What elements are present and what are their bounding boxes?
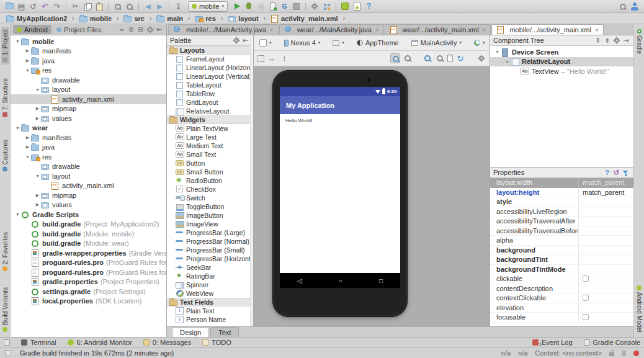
property-row[interactable]: layout:width match_parent	[490, 178, 633, 188]
expand-arrow-icon[interactable]: ▼	[34, 87, 41, 92]
dock-left-icon[interactable]	[154, 25, 164, 34]
tool-window-button[interactable]: 0: Messages	[143, 339, 191, 346]
tree-item[interactable]: build.gradle (Module: mobile)	[11, 229, 166, 239]
breadcrumb-item[interactable]: res ›	[194, 15, 226, 22]
zoom-fit-icon[interactable]	[390, 53, 400, 63]
expand-arrow-icon[interactable]: ▶	[34, 202, 41, 207]
palette-item[interactable]: Layouts	[167, 46, 253, 55]
property-row[interactable]: accessibilityTraversalAfter	[490, 217, 633, 226]
zoom-in-icon[interactable]	[423, 53, 432, 63]
zoom-out-icon[interactable]	[435, 53, 445, 63]
match-width-icon[interactable]: ↔	[267, 54, 277, 63]
palette-item[interactable]: TableLayout	[167, 81, 253, 89]
palette-item[interactable]: FrameLayout	[167, 55, 253, 63]
project-view-tab[interactable]: Android	[13, 25, 51, 34]
palette-item[interactable]: TableRow	[167, 89, 253, 98]
tree-item[interactable]: proguard-rules.pro (ProGuard Rules for w…	[11, 267, 166, 277]
tree-item[interactable]: ▼ wear	[11, 123, 166, 133]
palette-item[interactable]: ImageView	[167, 220, 253, 228]
tool-window-button[interactable]: TODO	[202, 339, 231, 346]
property-row[interactable]: alpha	[490, 236, 633, 246]
tool-window-button[interactable]: 2: Favorites	[1, 230, 9, 274]
palette-item[interactable]: Person Name	[167, 315, 253, 324]
palette-item[interactable]: RatingBar	[167, 272, 253, 280]
property-value[interactable]	[578, 274, 633, 284]
breadcrumb-item[interactable]: layout ›	[226, 15, 269, 22]
expand-arrow-icon[interactable]: ▼	[24, 154, 31, 159]
palette-scrollbar[interactable]	[250, 35, 253, 326]
tree-item[interactable]: ▼ Gradle Scripts	[11, 210, 166, 220]
expand-arrow-icon[interactable]: ▼	[14, 39, 21, 43]
close-icon[interactable]	[375, 27, 379, 34]
tool-window-button[interactable]: 7: Structure	[1, 76, 9, 120]
avd-manager-icon[interactable]	[352, 1, 362, 12]
theme-selector[interactable]: AppTheme	[355, 38, 401, 48]
expand-arrow-icon[interactable]: ▼	[24, 68, 31, 73]
palette-item[interactable]: ProgressBar (Normal)	[167, 237, 253, 246]
property-value[interactable]	[578, 293, 633, 303]
property-row[interactable]: contentDescription	[490, 284, 633, 294]
palette-item[interactable]: ProgressBar (Large)	[167, 228, 253, 237]
configuration-selector[interactable]: ▾	[257, 38, 274, 48]
debug-icon[interactable]	[244, 1, 254, 12]
sync-icon[interactable]	[28, 1, 38, 12]
expand-arrow-icon[interactable]: ▶	[24, 135, 31, 140]
tool-window-button[interactable]: Event Log	[532, 339, 573, 346]
reset-icon[interactable]	[612, 168, 621, 177]
tree-item[interactable]: local.properties (SDK Location)	[11, 297, 166, 307]
back-icon[interactable]	[143, 1, 153, 12]
redo-icon[interactable]	[51, 1, 62, 12]
layout-canvas[interactable]: 6:00 My Application Hello World! ◁	[254, 66, 490, 326]
breadcrumb-item[interactable]: mobile ›	[78, 15, 123, 22]
tree-item[interactable]: ▼ res	[11, 152, 166, 162]
expand-arrow-icon[interactable]: ▶	[24, 58, 31, 63]
palette-item[interactable]: ToggleButton	[167, 202, 253, 211]
property-row[interactable]: accessibilityTraversalBefore	[490, 226, 633, 236]
tree-item[interactable]: ▶ mipmap	[11, 104, 166, 114]
fit-screen-icon[interactable]	[257, 55, 264, 62]
expand-arrow-icon[interactable]: ▶	[34, 193, 41, 198]
property-row[interactable]: accessibilityLiveRegion	[490, 207, 633, 217]
project-view-tab[interactable]: Project Files	[53, 25, 105, 34]
tool-window-button[interactable]: Gradle	[635, 27, 643, 56]
refresh-icon[interactable]	[455, 54, 465, 63]
palette-item[interactable]: Small Text	[167, 150, 253, 159]
palette-item[interactable]: Text Fields	[167, 298, 253, 307]
run-config-selector[interactable]: mobile ▾	[188, 1, 228, 12]
tree-item[interactable]: drawable	[11, 162, 166, 172]
property-row[interactable]: style	[490, 197, 633, 207]
component-tree-item[interactable]: ▼ RelativeLayout	[490, 57, 633, 67]
gear-icon[interactable]	[476, 54, 486, 63]
expand-arrow-icon[interactable]: ▶	[24, 48, 31, 53]
expand-all-icon[interactable]	[593, 36, 602, 45]
paste-icon[interactable]	[94, 1, 104, 12]
error-indicator-icon[interactable]	[633, 351, 639, 356]
property-row[interactable]: elevation	[490, 303, 633, 313]
property-value[interactable]	[578, 207, 633, 217]
palette-item[interactable]: SeekBar	[167, 263, 253, 272]
zoom-actual-icon[interactable]	[403, 53, 413, 63]
tool-window-button[interactable]: 1: Project	[1, 27, 9, 65]
activity-selector[interactable]: MainActivity▾	[409, 38, 463, 48]
palette-item[interactable]: GridLayout	[167, 98, 253, 107]
palette-item[interactable]: RadioButton	[167, 176, 253, 185]
property-row[interactable]: clickable	[490, 274, 633, 284]
sep[interactable]	[169, 2, 169, 11]
close-circle-icon[interactable]	[127, 25, 136, 34]
stop-icon[interactable]	[291, 1, 302, 12]
locale-selector[interactable]: ▾	[472, 38, 487, 47]
property-value[interactable]	[578, 303, 633, 313]
property-row[interactable]: background	[490, 246, 633, 256]
preview-doc-icon[interactable]	[447, 55, 453, 62]
tree-item[interactable]: build.gradle (Module: wear)	[11, 239, 166, 249]
property-value[interactable]	[578, 217, 633, 226]
tree-item[interactable]: gradle.properties (Project Properties)	[11, 277, 166, 287]
property-value[interactable]	[578, 255, 633, 264]
close-icon[interactable]	[595, 27, 599, 34]
tree-item[interactable]: ▶ values	[11, 200, 166, 210]
sep[interactable]	[108, 2, 109, 11]
dock-icon[interactable]	[241, 36, 250, 45]
close-icon[interactable]	[483, 27, 486, 34]
tree-item[interactable]: activity_main.xml	[11, 94, 166, 104]
tree-item[interactable]: ▶ java	[11, 143, 166, 153]
